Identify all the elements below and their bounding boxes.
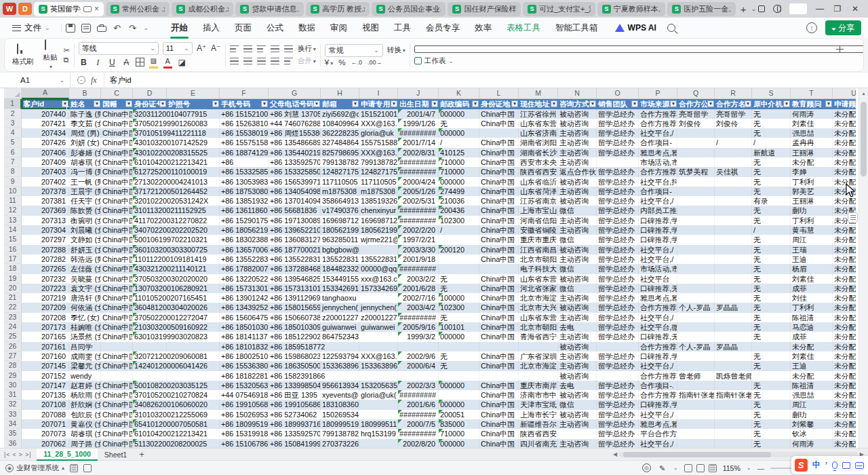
cell[interactable]: 362228235 — [321, 128, 359, 138]
sogou-logo-icon[interactable]: S — [795, 459, 808, 472]
cell[interactable]: +86 1899937166 — [269, 419, 321, 429]
ime-lang-toggle[interactable]: 中 — [812, 459, 821, 471]
cell[interactable]: 2003/2/2 — [398, 274, 439, 284]
cell[interactable]: 合作项目- — [639, 138, 677, 147]
cell[interactable]: 黄韦慧 — [791, 225, 833, 235]
cell[interactable]: China中国 — [101, 167, 133, 176]
cell[interactable]: 留学总经办 — [597, 419, 639, 429]
row-number[interactable]: 21 — [4, 293, 22, 303]
cell[interactable]: XXX@163. — [359, 119, 398, 128]
cell[interactable]: China中国 — [479, 216, 519, 225]
cell[interactable]: 1997/2/21 — [398, 235, 439, 244]
cell[interactable]: 207209 — [22, 303, 69, 312]
cell[interactable]: 被动咨询 — [558, 303, 597, 312]
cell[interactable]: 000000 — [439, 381, 479, 390]
cell[interactable]: 000000 — [439, 439, 479, 448]
cell[interactable]: 207232 — [22, 274, 69, 284]
filter-dropdown-icon[interactable]: ▼ — [670, 100, 677, 107]
cell[interactable]: +86 18182281 — [220, 371, 269, 381]
filter-dropdown-icon[interactable]: ▼ — [707, 100, 714, 107]
cell[interactable]: 无 — [752, 293, 791, 303]
cell[interactable]: 上海市宝山 — [519, 206, 558, 215]
column-letter-U[interactable]: U — [833, 88, 856, 99]
cell[interactable]: 留学总经办 — [597, 225, 639, 235]
cell[interactable]: China中国 — [101, 128, 133, 138]
microphone-icon[interactable] — [832, 461, 837, 469]
cell[interactable]: jennychen( — [359, 303, 398, 312]
column-letter-G[interactable]: G — [269, 88, 321, 99]
cell[interactable]: 00000@qq( — [359, 264, 398, 273]
row-number[interactable]: 35 — [4, 429, 22, 438]
formula-input[interactable]: 客户id — [104, 73, 137, 88]
cell[interactable]: 北京市朝阳 — [519, 254, 558, 264]
cell[interactable] — [715, 128, 752, 138]
cell[interactable]: 北京市海淀 — [519, 361, 558, 370]
cell[interactable]: 陕西省西安 — [519, 429, 558, 438]
column-letter-B[interactable]: B — [69, 88, 101, 99]
cell[interactable]: +86 15152100 — [220, 109, 269, 119]
cell[interactable] — [133, 371, 167, 381]
cell[interactable]: 留学总经办 — [597, 293, 639, 303]
cell[interactable]: +86 田亚 1395 — [269, 390, 321, 400]
row-number[interactable]: 23 — [4, 313, 22, 322]
cell[interactable] — [715, 332, 752, 341]
cell[interactable] — [677, 332, 715, 341]
cell[interactable]: 雅思考点,雅 — [639, 293, 677, 303]
cell[interactable]: XXX@163. — [359, 148, 398, 157]
cell[interactable]: +86 1851229020 — [269, 332, 321, 341]
row-number[interactable]: 14 — [4, 225, 22, 235]
cell[interactable]: +86 1340540988 — [269, 187, 321, 196]
cell[interactable]: China中国 — [479, 284, 519, 293]
cell[interactable]: 杨欣雨 (女 — [69, 390, 101, 400]
docs-logo-icon[interactable]: D — [18, 3, 32, 15]
cell[interactable]: 610104200212213421 — [133, 157, 167, 167]
cell[interactable]: +86 1582391866 — [269, 371, 321, 381]
cell[interactable]: 刘素佳 — [791, 119, 833, 128]
menu-tab-表格工具[interactable]: 表格工具 — [499, 19, 548, 37]
cell[interactable]: 320721200209060081 — [133, 352, 167, 361]
column-letter-C[interactable]: C — [101, 88, 133, 99]
menu-tab-工具[interactable]: 工具 — [387, 19, 418, 37]
cell[interactable]: 凯烁曾老师 — [715, 371, 752, 381]
cell[interactable]: 被动咨询 — [558, 196, 597, 206]
record-icon[interactable] — [70, 464, 78, 472]
cell[interactable]: 重庆市南岸 — [519, 381, 558, 390]
cell[interactable]: 340702200202202520 — [133, 225, 167, 235]
cell[interactable]: +86 1859518772 — [269, 342, 321, 352]
cell[interactable]: 钦冰 — [791, 429, 833, 438]
cell[interactable]: 无 — [752, 322, 791, 332]
cell[interactable]: ######### — [398, 216, 439, 225]
cell[interactable] — [752, 342, 791, 352]
cell[interactable] — [715, 225, 752, 235]
cell[interactable]: +86 19910568 — [220, 400, 269, 409]
cell[interactable]: 留学总经办 — [597, 313, 639, 322]
column-letter-A[interactable]: A — [22, 88, 69, 99]
strikethrough-button[interactable]: A — [121, 58, 132, 67]
cell[interactable]: China中国 — [101, 293, 133, 303]
wps-ai-button[interactable]: WPS AI — [615, 23, 656, 33]
cell[interactable]: 未分配 — [791, 157, 833, 167]
cell[interactable]: 180562199 — [321, 225, 359, 235]
menu-tab-效率[interactable]: 效率 — [467, 19, 499, 37]
cell[interactable]: 无 — [752, 381, 791, 390]
cell[interactable]: 刘紫馨 — [791, 419, 833, 429]
cell[interactable]: China中国 — [479, 352, 519, 361]
new-tab-button[interactable]: + — [738, 3, 749, 15]
cell[interactable]: wjrme221@ — [359, 235, 398, 244]
cell[interactable]: 未分配 — [833, 390, 856, 400]
cell[interactable]: 207152 — [22, 371, 69, 381]
cell[interactable]: 无 — [752, 235, 791, 244]
document-tab[interactable]: S常州公积金 .xlsx — [106, 2, 170, 16]
cell[interactable]: 210303200509160922 — [133, 322, 167, 332]
cell[interactable]: 合作方推荐 — [639, 303, 677, 312]
cell[interactable]: China中国 — [479, 177, 519, 187]
cell[interactable]: China中国 — [479, 187, 519, 196]
ime-skin-icon[interactable] — [842, 462, 850, 469]
cell[interactable]: 无 — [752, 332, 791, 341]
cell[interactable]: 成菲 — [791, 332, 833, 341]
cell[interactable] — [677, 264, 715, 273]
menu-tab-审阅[interactable]: 审阅 — [323, 19, 355, 37]
cell[interactable] — [677, 138, 715, 147]
cell[interactable]: China中国 — [101, 109, 133, 119]
cell[interactable]: ######### — [398, 390, 439, 400]
